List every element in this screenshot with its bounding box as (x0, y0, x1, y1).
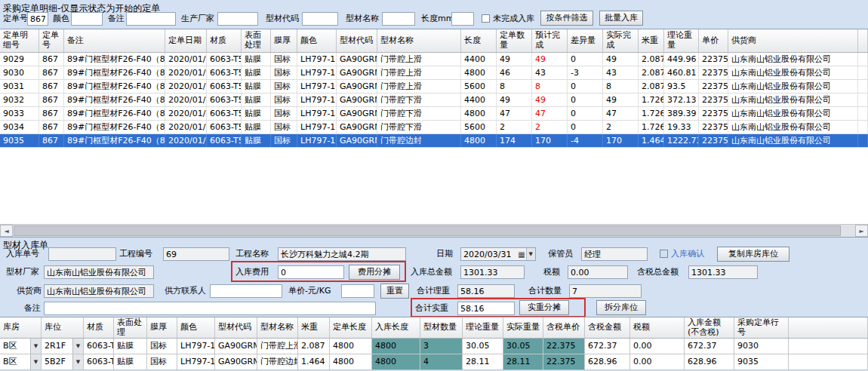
column-header[interactable]: 长度 (461, 29, 497, 52)
stock-table-row[interactable]: B区▼2R1F▼6063-T5贴膜国标LH797-1LL0GA90GRM03门带… (0, 339, 868, 354)
confirm-checkbox[interactable] (660, 250, 668, 258)
column-header[interactable]: 单价 (699, 29, 728, 52)
actual-weight-field[interactable] (457, 302, 515, 315)
order-table-row[interactable]: 903086789#门框型材F26-F40（866+867）2020/01/13… (0, 66, 868, 80)
column-header[interactable]: 表面处理 (114, 317, 147, 338)
column-header[interactable]: 实际重量 (503, 317, 543, 338)
copy-warehouse-button[interactable]: 复制库房库位 (717, 247, 790, 262)
combo-arrow-icon[interactable]: ▼ (30, 339, 41, 354)
order-no-filter-input[interactable] (27, 12, 48, 26)
project-no-field[interactable] (163, 247, 229, 261)
contact-field[interactable] (210, 284, 282, 298)
column-header[interactable]: 膜厚 (147, 317, 177, 338)
project-name-field[interactable] (278, 247, 406, 261)
column-header[interactable]: 型材数量 (420, 317, 463, 338)
theory-weight-field[interactable] (457, 284, 515, 298)
column-header[interactable]: 库房 (0, 317, 42, 338)
order-table-row[interactable]: 903286789#门框型材F26-F40（866+867）2020/01/13… (0, 94, 868, 107)
warehouse-combo[interactable]: B区▼ (0, 339, 42, 354)
scrollbar-thumb[interactable] (14, 225, 841, 236)
column-header[interactable]: 定单日期 (165, 29, 207, 52)
order-table-row[interactable]: 902986789#门框型材F26-F40（866+867）2020/01/13… (0, 53, 868, 66)
supplier-field[interactable] (44, 284, 154, 298)
column-header (858, 29, 868, 52)
column-header[interactable]: 定单数量 (497, 29, 532, 52)
column-header[interactable]: 采购定单行号 (734, 317, 789, 338)
column-header[interactable]: 颜色 (297, 29, 337, 52)
filter-by-condition-button[interactable]: 按条件筛选 (540, 11, 593, 26)
column-header[interactable]: 差异量 (568, 29, 603, 52)
batch-inbound-button[interactable]: 批量入库 (599, 11, 643, 26)
receipt-no-field[interactable] (48, 247, 116, 261)
table-cell: 2.087 (639, 53, 664, 66)
column-header[interactable]: 入库长度 (372, 317, 420, 338)
scroll-left-icon[interactable]: ◄ (0, 225, 13, 237)
actual-spread-button[interactable]: 实重分摊 (519, 300, 569, 315)
order-table-row[interactable]: 903186789#门框型材F26-F40（866+867）2020/01/13… (0, 80, 868, 94)
column-header[interactable]: 定单明细号 (0, 29, 39, 52)
total-with-tax-field[interactable] (688, 265, 758, 279)
remark-field[interactable] (44, 302, 376, 315)
column-header[interactable]: 库位 (42, 317, 84, 338)
order-table-row[interactable]: 903486789#门框型材F26-F40（866+867）2020/01/13… (0, 121, 868, 134)
column-header[interactable]: 理论重量 (463, 317, 503, 338)
unfinished-checkbox[interactable] (482, 14, 490, 23)
column-header[interactable]: 定单长度 (330, 317, 372, 338)
keeper-field[interactable] (581, 247, 648, 261)
horizontal-scrollbar[interactable]: ◄ ► (0, 224, 868, 237)
table-cell: 1.726 (639, 107, 664, 120)
table-cell: 6063-T5 (207, 94, 242, 106)
column-header[interactable]: 型材名称 (377, 29, 461, 52)
column-header[interactable]: 颜色 (177, 317, 215, 338)
column-header[interactable]: 入库金额(不含税) (685, 317, 734, 338)
scroll-right-icon[interactable]: ► (855, 225, 868, 237)
combo-arrow-icon[interactable]: ▼ (72, 354, 83, 369)
location-combo[interactable]: 2R1F▼ (42, 339, 84, 354)
location-combo[interactable]: 5B2F▼ (42, 354, 84, 369)
order-table-row[interactable]: 903586789#门框型材F26-F40（866+867）2020/01/13… (0, 134, 868, 148)
column-header[interactable]: 型材代码 (215, 317, 257, 338)
fee-spread-button[interactable]: 费用分摊 (349, 265, 400, 280)
column-header[interactable]: 膜厚 (271, 29, 297, 52)
table-cell: GA90GRM04 (337, 94, 377, 106)
profile-code-filter-input[interactable] (302, 12, 338, 26)
unit-price-field[interactable] (341, 284, 374, 298)
chevron-down-icon[interactable]: ▼ (526, 248, 535, 260)
profile-name-filter-input[interactable] (382, 12, 415, 26)
column-header[interactable]: 税额 (630, 317, 685, 338)
column-header[interactable]: 定单号 (39, 29, 64, 52)
table-cell: 19.33 (664, 121, 699, 133)
column-header[interactable]: 米重 (639, 29, 664, 52)
column-header[interactable]: 型材名称 (257, 317, 298, 338)
column-header[interactable]: 含税单价 (543, 317, 585, 338)
column-header[interactable]: 表面处理 (242, 29, 271, 52)
date-picker[interactable]: 2020/03/31 ▦ ▼ (460, 247, 536, 261)
total-amount-field[interactable] (460, 265, 525, 279)
column-header[interactable]: 材质 (207, 29, 242, 52)
color-filter-input[interactable] (71, 12, 103, 26)
column-header[interactable]: 备注 (64, 29, 165, 52)
combo-arrow-icon[interactable]: ▼ (72, 339, 83, 354)
column-header[interactable]: 米重 (298, 317, 330, 338)
reset-button[interactable]: 重置 (380, 284, 409, 299)
column-header[interactable]: 材质 (84, 317, 114, 338)
column-header[interactable]: 型材代码 (337, 29, 377, 52)
column-header[interactable]: 含税金额 (585, 317, 630, 338)
stock-table-row[interactable]: B区▼5B2F▼6063-T5贴膜国标LH797-1LL0GA90GRM05门带… (0, 354, 868, 370)
combo-arrow-icon[interactable]: ▼ (30, 354, 41, 369)
column-header[interactable]: 实际完成 (603, 29, 639, 52)
column-header[interactable]: 理论重量 (664, 29, 699, 52)
length-filter-input[interactable] (451, 12, 474, 26)
table-cell: 山东南山铝业股份有限公司 (728, 134, 858, 147)
tax-field[interactable] (568, 265, 628, 279)
split-location-button[interactable]: 拆分库位 (596, 300, 646, 315)
column-header[interactable]: 供货商 (728, 29, 858, 52)
fee-field[interactable] (278, 265, 344, 279)
column-header[interactable]: 预计完成 (532, 29, 568, 52)
order-table-row[interactable]: 903386789#门框型材F26-F40（866+867）2020/01/13… (0, 107, 868, 121)
total-count-field[interactable] (569, 284, 642, 298)
manufacturer-filter-input[interactable] (217, 12, 258, 26)
remark-filter-input[interactable] (126, 12, 176, 26)
warehouse-combo[interactable]: B区▼ (0, 354, 42, 369)
factory-field[interactable] (44, 265, 154, 279)
